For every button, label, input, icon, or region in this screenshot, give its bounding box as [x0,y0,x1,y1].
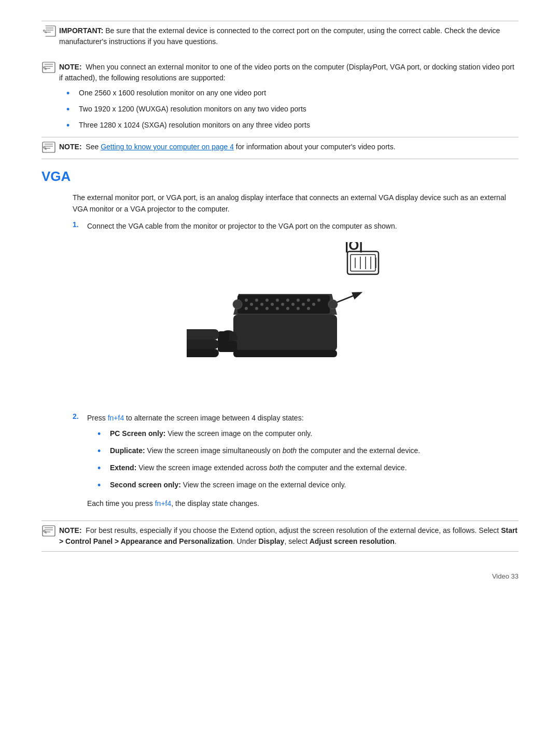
svg-point-29 [255,299,258,302]
svg-point-50 [233,300,242,309]
svg-rect-55 [218,341,237,352]
vga-connector-image: |O| [187,242,404,398]
bullet-icon: • [97,427,105,441]
bullet-icon: • [97,479,105,493]
svg-rect-57 [187,340,219,349]
note2-icon: ✎ [41,142,56,154]
step2-text: Press fn+f4 to alternate the screen imag… [87,412,420,514]
section-body: The external monitor port, or VGA port, … [73,192,519,514]
list-item: • One 2560 x 1600 resolution monitor on … [66,88,519,101]
svg-text:✎: ✎ [43,65,47,72]
note3-block: ✎ NOTE: For best results, especially if … [41,521,519,552]
list-item: • Three 1280 x 1024 (SXGA) resolution mo… [66,120,519,133]
bullet-icon: • [66,87,74,101]
step1-text: Connect the VGA cable from the monitor o… [87,220,397,232]
list-item-pc-screen: • PC Screen only: View the screen image … [97,428,420,441]
svg-point-30 [265,299,269,302]
svg-point-36 [250,303,253,306]
getting-to-know-link[interactable]: Getting to know your computer on page 4 [101,143,234,151]
svg-rect-58 [187,349,219,357]
svg-point-37 [260,303,263,306]
svg-point-49 [307,307,310,310]
svg-point-28 [245,299,248,302]
svg-point-46 [276,307,279,310]
note1-icon: ✎ [41,62,56,75]
svg-point-31 [276,299,279,302]
note1-block: ✎ NOTE: When you connect an external mon… [41,62,519,83]
svg-rect-56 [187,329,219,340]
svg-point-47 [286,307,289,310]
section-intro: The external monitor port, or VGA port, … [73,192,519,215]
svg-text:✎: ✎ [43,529,47,535]
step1: 1. Connect the VGA cable from the monito… [73,220,519,232]
step2: 2. Press fn+f4 to alternate the screen i… [73,412,519,514]
bullet-icon: • [97,461,105,475]
important-icon: ✎ [41,25,56,38]
svg-point-51 [328,300,338,309]
page-number: Video 33 [492,572,519,580]
bullet-icon: • [97,444,105,458]
svg-point-33 [297,299,300,302]
svg-point-35 [317,299,320,302]
svg-point-39 [281,303,284,306]
svg-text:|O|: |O| [345,242,363,253]
list-item-second-screen: • Second screen only: View the screen im… [97,480,420,493]
svg-point-48 [297,307,300,310]
svg-point-32 [286,299,289,302]
important-block: ✎ IMPORTANT: Be sure that the external d… [41,21,519,57]
note2-block: ✎ NOTE: See Getting to know your compute… [41,137,519,159]
each-time-text: Each time you press fn+f4, the display s… [87,498,420,509]
svg-text:✎: ✎ [43,29,47,35]
svg-text:✎: ✎ [43,145,47,151]
note1-text: NOTE: When you connect an external monit… [59,62,519,83]
vga-image-container: |O| [73,242,519,398]
note3-icon: ✎ [41,525,56,538]
bullet-icon: • [66,103,74,117]
section-title-vga: VGA [41,168,519,185]
svg-point-44 [255,307,258,310]
display-states-list: • PC Screen only: View the screen image … [97,428,420,493]
svg-point-43 [245,307,248,310]
list-item: • Two 1920 x 1200 (WUXGA) resolution mon… [66,104,519,117]
important-text: IMPORTANT: Be sure that the external dev… [59,25,519,47]
list-item-extend: • Extend: View the screen image extended… [97,462,420,475]
svg-point-38 [271,303,274,306]
list-item-duplicate: • Duplicate: View the screen image simul… [97,445,420,458]
page-footer: Video 33 [41,572,519,580]
svg-point-40 [291,303,295,306]
svg-point-42 [312,303,315,306]
bullet-icon: • [66,119,74,133]
svg-point-34 [307,299,310,302]
resolution-list: • One 2560 x 1600 resolution monitor on … [66,88,519,133]
svg-rect-25 [233,315,337,351]
note2-text: NOTE: See Getting to know your computer … [59,142,396,152]
svg-rect-62 [233,350,337,357]
svg-point-41 [302,303,305,306]
note3-text: NOTE: For best results, especially if yo… [59,525,519,547]
svg-point-45 [265,307,269,310]
